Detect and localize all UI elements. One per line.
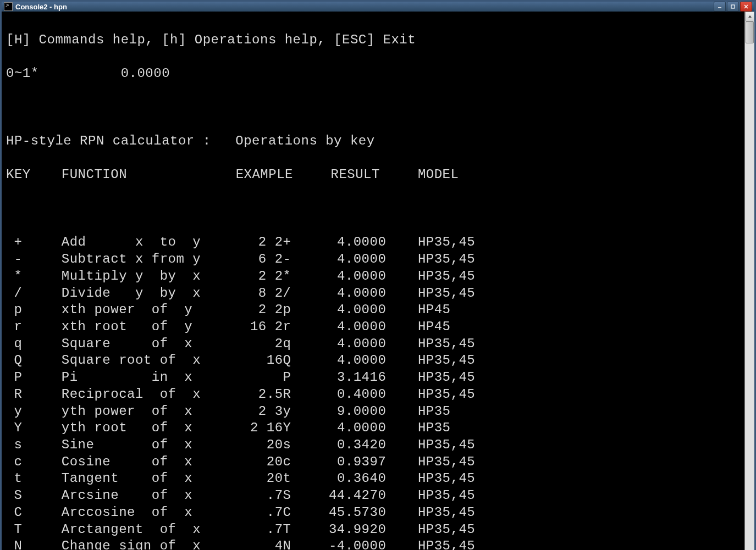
- cell-func: yth root of x: [62, 420, 236, 437]
- cell-func: Divide y by x: [62, 285, 236, 302]
- table-row: SArcsine of x.7S44.4270HP35,45: [6, 487, 740, 504]
- cell-key: S: [6, 487, 62, 504]
- cell-result: 9.0000: [323, 403, 418, 420]
- cell-result: 4.0000: [323, 336, 418, 353]
- cell-example: 20c: [236, 454, 323, 471]
- window-title: Console2 - hpn: [15, 3, 714, 11]
- close-button[interactable]: [740, 2, 752, 12]
- help-line: [H] Commands help, [h] Operations help, …: [6, 32, 740, 49]
- table-row: Yyth root of x2 16Y4.0000HP35: [6, 420, 740, 437]
- cell-model: HP35,45: [418, 538, 475, 550]
- cell-example: .7T: [236, 521, 323, 538]
- vertical-scrollbar[interactable]: [744, 12, 754, 550]
- cell-model: HP35,45: [418, 386, 475, 403]
- cell-example: 6 2-: [236, 251, 323, 268]
- cell-func: Reciprocal of x: [62, 386, 236, 403]
- minimize-button[interactable]: [714, 2, 726, 12]
- cell-example: P: [236, 369, 323, 386]
- cell-result: 34.9920: [323, 521, 418, 538]
- cell-model: HP35,45: [418, 470, 475, 487]
- cell-model: HP35,45: [418, 336, 475, 353]
- cell-func: Sine of x: [62, 437, 236, 454]
- cell-func: Arctangent of x: [62, 521, 236, 538]
- cell-key: R: [6, 386, 62, 403]
- cell-model: HP35,45: [418, 268, 475, 285]
- cell-key: T: [6, 521, 62, 538]
- cell-model: HP45: [418, 319, 451, 336]
- cell-result: 0.4000: [323, 386, 418, 403]
- window-controls: [714, 2, 752, 12]
- cell-result: 44.4270: [323, 487, 418, 504]
- cell-key: t: [6, 470, 62, 487]
- console-area: [H] Commands help, [h] Operations help, …: [2, 12, 754, 550]
- svg-rect-1: [731, 5, 735, 8]
- cell-example: .7S: [236, 487, 323, 504]
- cell-func: Arccosine of x: [62, 504, 236, 521]
- cell-result: 0.3420: [323, 437, 418, 454]
- cell-func: Square of x: [62, 336, 236, 353]
- cell-example: 2q: [236, 336, 323, 353]
- cell-example: 4N: [236, 538, 323, 550]
- cell-model: HP35,45: [418, 521, 475, 538]
- table-row: NChange sign of x4N-4.0000HP35,45: [6, 538, 740, 550]
- titlebar[interactable]: Console2 - hpn: [2, 2, 754, 12]
- maximize-button[interactable]: [727, 2, 739, 12]
- table-row: PPi in xP3.1416HP35,45: [6, 369, 740, 386]
- cell-key: P: [6, 369, 62, 386]
- table-row: cCosine of x20c0.9397HP35,45: [6, 454, 740, 471]
- table-row: *Multiply y by x2 2*4.0000HP35,45: [6, 268, 740, 285]
- cell-model: HP35,45: [418, 504, 475, 521]
- app-icon: [4, 2, 13, 11]
- cell-example: 16 2r: [236, 319, 323, 336]
- cell-result: 45.5730: [323, 504, 418, 521]
- cell-func: Pi in x: [62, 369, 236, 386]
- scroll-track[interactable]: [745, 21, 754, 550]
- cell-result: 4.0000: [323, 234, 418, 251]
- table-row: -Subtract x from y6 2-4.0000HP35,45: [6, 251, 740, 268]
- cell-model: HP35,45: [418, 251, 475, 268]
- cell-result: 4.0000: [323, 251, 418, 268]
- col-result-header: RESULT: [330, 166, 417, 184]
- cell-example: 2 2+: [236, 234, 323, 251]
- cell-func: xth root of y: [62, 319, 236, 336]
- cell-result: 4.0000: [323, 319, 418, 336]
- table-row: CArccosine of x.7C45.5730HP35,45: [6, 504, 740, 521]
- console-output[interactable]: [H] Commands help, [h] Operations help, …: [2, 12, 744, 550]
- cell-key: Y: [6, 420, 62, 437]
- cell-key: N: [6, 538, 62, 550]
- cell-model: HP35,45: [418, 234, 475, 251]
- cell-model: HP35,45: [418, 487, 475, 504]
- cell-func: xth power of y: [62, 302, 236, 319]
- cell-example: 2 3y: [236, 403, 323, 420]
- scroll-thumb[interactable]: [746, 21, 754, 43]
- cell-result: 4.0000: [323, 352, 418, 369]
- cell-result: -4.0000: [323, 538, 418, 550]
- cell-func: Change sign of x: [62, 538, 236, 550]
- scroll-up-button[interactable]: [745, 12, 754, 21]
- cell-key: q: [6, 336, 62, 353]
- cell-example: 20t: [236, 470, 323, 487]
- cell-key: *: [6, 268, 62, 285]
- cell-key: C: [6, 504, 62, 521]
- cell-result: 4.0000: [323, 302, 418, 319]
- cell-func: Multiply y by x: [62, 268, 236, 285]
- cell-model: HP45: [418, 302, 451, 319]
- table-row: +Add x to y2 2+4.0000HP35,45: [6, 234, 740, 251]
- cell-key: c: [6, 454, 62, 471]
- table-row: /Divide y by x8 2/4.0000HP35,45: [6, 285, 740, 302]
- table-row: sSine of x20s0.3420HP35,45: [6, 437, 740, 454]
- cell-func: yth power of x: [62, 403, 236, 420]
- cell-model: HP35: [418, 403, 451, 420]
- cell-key: +: [6, 234, 62, 251]
- cell-func: Subtract x from y: [62, 251, 236, 268]
- cell-result: 4.0000: [323, 268, 418, 285]
- title-line: HP-style RPN calculator : Operations by …: [6, 133, 740, 150]
- cell-example: 2 2p: [236, 302, 323, 319]
- cell-result: 4.0000: [323, 285, 418, 302]
- cell-key: y: [6, 403, 62, 420]
- col-model-header: MODEL: [418, 166, 459, 184]
- cell-example: 16Q: [236, 352, 323, 369]
- cell-func: Arcsine of x: [62, 487, 236, 504]
- cell-example: 8 2/: [236, 285, 323, 302]
- table-row: rxth root of y16 2r4.0000HP45: [6, 319, 740, 336]
